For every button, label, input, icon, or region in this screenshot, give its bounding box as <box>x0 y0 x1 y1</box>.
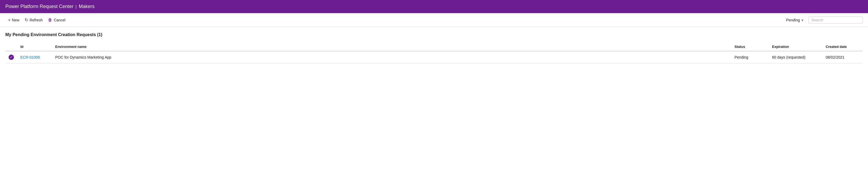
app-subtitle: Makers <box>79 4 95 9</box>
refresh-button-label: Refresh <box>30 18 42 22</box>
row-env-name: POC for Dynamics Marketing App <box>52 51 731 63</box>
col-header-expiration: Expiration <box>769 42 823 51</box>
header-bar: Power Platform Request Center | Makers <box>0 0 868 13</box>
cancel-button[interactable]: 🗑 Cancel <box>45 16 68 24</box>
new-button[interactable]: + New <box>5 16 22 24</box>
refresh-button[interactable]: ↻ Refresh <box>22 16 45 24</box>
col-header-env-name: Environment name <box>52 42 731 51</box>
status-filter-dropdown[interactable]: Pending ∨ <box>784 17 806 23</box>
col-header-status: Status <box>731 42 769 51</box>
status-filter-value: Pending <box>786 18 800 22</box>
refresh-icon: ↻ <box>25 17 28 23</box>
chevron-down-icon: ∨ <box>801 18 804 22</box>
header-separator: | <box>75 5 77 9</box>
section-title: My Pending Environment Creation Requests… <box>5 32 863 37</box>
row-status: Pending <box>731 51 769 63</box>
table-row[interactable]: ✓ECR-01000POC for Dynamics Marketing App… <box>5 51 863 63</box>
trash-icon: 🗑 <box>48 17 52 23</box>
toolbar: + New ↻ Refresh 🗑 Cancel Pending ∨ <box>0 13 868 27</box>
new-button-label: New <box>12 18 19 22</box>
col-header-checkbox <box>5 42 17 51</box>
row-created-date: 08/02/2021 <box>823 51 863 63</box>
requests-table: Id Environment name Status Expiration Cr… <box>5 42 863 63</box>
row-id[interactable]: ECR-01000 <box>17 51 52 63</box>
table-header-row: Id Environment name Status Expiration Cr… <box>5 42 863 51</box>
toolbar-right: Pending ∨ <box>784 16 863 24</box>
app-title: Power Platform Request Center <box>5 4 73 9</box>
row-expiration: 60 days (requested) <box>769 51 823 63</box>
row-checkbox[interactable]: ✓ <box>5 51 17 63</box>
row-id-link[interactable]: ECR-01000 <box>20 55 40 60</box>
row-selected-icon: ✓ <box>8 54 14 60</box>
cancel-button-label: Cancel <box>54 18 65 22</box>
plus-icon: + <box>8 17 10 23</box>
col-header-created-date: Created date <box>823 42 863 51</box>
search-input[interactable] <box>811 18 860 22</box>
content-area: My Pending Environment Creation Requests… <box>0 27 868 66</box>
search-box[interactable] <box>808 16 863 24</box>
col-header-id: Id <box>17 42 52 51</box>
